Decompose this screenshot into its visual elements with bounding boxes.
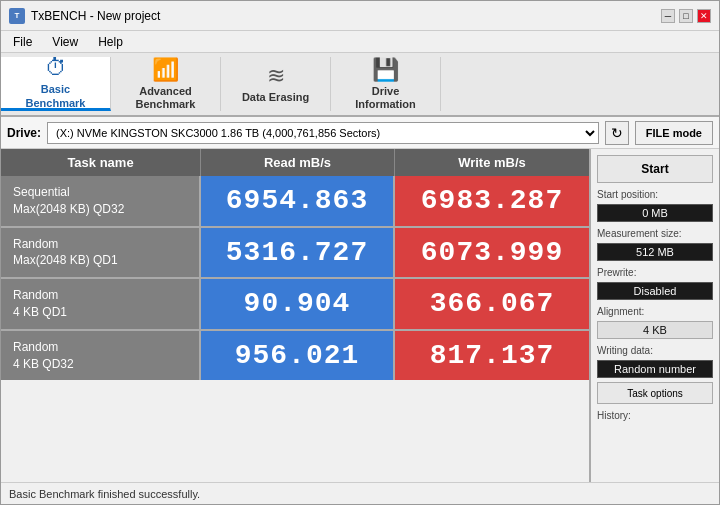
app-icon: T bbox=[9, 8, 25, 24]
toolbar-drive-information[interactable]: 💾 DriveInformation bbox=[331, 57, 441, 111]
measurement-size-label: Measurement size: bbox=[597, 228, 713, 239]
right-panel: Start Start position: 0 MB Measurement s… bbox=[589, 149, 719, 484]
table-row: Random4 KB QD32 956.021 817.137 bbox=[1, 331, 589, 381]
table-row: SequentialMax(2048 KB) QD32 6954.863 698… bbox=[1, 176, 589, 228]
table-row: Random4 KB QD1 90.904 366.067 bbox=[1, 279, 589, 331]
start-position-label: Start position: bbox=[597, 189, 713, 200]
status-text: Basic Benchmark finished successfully. bbox=[9, 488, 200, 500]
table-row: RandomMax(2048 KB) QD1 5316.727 6073.999 bbox=[1, 228, 589, 280]
row4-read: 956.021 bbox=[201, 331, 395, 381]
start-position-value: 0 MB bbox=[597, 204, 713, 222]
row3-read: 90.904 bbox=[201, 279, 395, 329]
main-content: Task name Read mB/s Write mB/s Sequentia… bbox=[1, 149, 719, 484]
prewrite-label: Prewrite: bbox=[597, 267, 713, 278]
data-erasing-icon: ≋ bbox=[267, 63, 285, 89]
advanced-benchmark-label: AdvancedBenchmark bbox=[136, 85, 196, 111]
header-write: Write mB/s bbox=[395, 149, 589, 176]
status-bar: Basic Benchmark finished successfully. bbox=[1, 482, 719, 504]
menu-view[interactable]: View bbox=[46, 33, 84, 51]
drive-information-icon: 💾 bbox=[372, 57, 399, 83]
drive-bar: Drive: (X:) NVMe KINGSTON SKC3000 1.86 T… bbox=[1, 117, 719, 149]
row2-write: 6073.999 bbox=[395, 228, 589, 278]
header-read: Read mB/s bbox=[201, 149, 395, 176]
toolbar-basic-benchmark[interactable]: ⏱ BasicBenchmark bbox=[1, 57, 111, 111]
row2-read: 5316.727 bbox=[201, 228, 395, 278]
basic-benchmark-label: BasicBenchmark bbox=[26, 83, 86, 109]
row3-write: 366.067 bbox=[395, 279, 589, 329]
drive-select[interactable]: (X:) NVMe KINGSTON SKC3000 1.86 TB (4,00… bbox=[47, 122, 599, 144]
close-button[interactable]: ✕ bbox=[697, 9, 711, 23]
alignment-label: Alignment: bbox=[597, 306, 713, 317]
row3-name: Random4 KB QD1 bbox=[1, 279, 201, 329]
drive-label: Drive: bbox=[7, 126, 41, 140]
basic-benchmark-icon: ⏱ bbox=[45, 55, 67, 81]
start-button[interactable]: Start bbox=[597, 155, 713, 183]
title-bar: T TxBENCH - New project ─ □ ✕ bbox=[1, 1, 719, 31]
drive-refresh-button[interactable]: ↻ bbox=[605, 121, 629, 145]
window-controls: ─ □ ✕ bbox=[661, 9, 711, 23]
writing-data-label: Writing data: bbox=[597, 345, 713, 356]
row2-name: RandomMax(2048 KB) QD1 bbox=[1, 228, 201, 278]
advanced-benchmark-icon: 📶 bbox=[152, 57, 179, 83]
writing-data-value: Random number bbox=[597, 360, 713, 378]
toolbar-advanced-benchmark[interactable]: 📶 AdvancedBenchmark bbox=[111, 57, 221, 111]
file-mode-button[interactable]: FILE mode bbox=[635, 121, 713, 145]
header-task-name: Task name bbox=[1, 149, 201, 176]
row4-name: Random4 KB QD32 bbox=[1, 331, 201, 381]
row1-read: 6954.863 bbox=[201, 176, 395, 226]
minimize-button[interactable]: ─ bbox=[661, 9, 675, 23]
task-options-button[interactable]: Task options bbox=[597, 382, 713, 404]
prewrite-value: Disabled bbox=[597, 282, 713, 300]
window-title: TxBENCH - New project bbox=[31, 9, 160, 23]
history-label: History: bbox=[597, 410, 713, 421]
menu-file[interactable]: File bbox=[7, 33, 38, 51]
drive-information-label: DriveInformation bbox=[355, 85, 416, 111]
maximize-button[interactable]: □ bbox=[679, 9, 693, 23]
measurement-size-value: 512 MB bbox=[597, 243, 713, 261]
menu-help[interactable]: Help bbox=[92, 33, 129, 51]
toolbar-data-erasing[interactable]: ≋ Data Erasing bbox=[221, 57, 331, 111]
toolbar: ⏱ BasicBenchmark 📶 AdvancedBenchmark ≋ D… bbox=[1, 53, 719, 117]
bench-table: Task name Read mB/s Write mB/s Sequentia… bbox=[1, 149, 589, 380]
alignment-value: 4 KB bbox=[597, 321, 713, 339]
benchmark-area: Task name Read mB/s Write mB/s Sequentia… bbox=[1, 149, 589, 484]
bench-header: Task name Read mB/s Write mB/s bbox=[1, 149, 589, 176]
data-erasing-label: Data Erasing bbox=[242, 91, 309, 104]
row4-write: 817.137 bbox=[395, 331, 589, 381]
row1-name: SequentialMax(2048 KB) QD32 bbox=[1, 176, 201, 226]
row1-write: 6983.287 bbox=[395, 176, 589, 226]
menu-bar: File View Help bbox=[1, 31, 719, 53]
